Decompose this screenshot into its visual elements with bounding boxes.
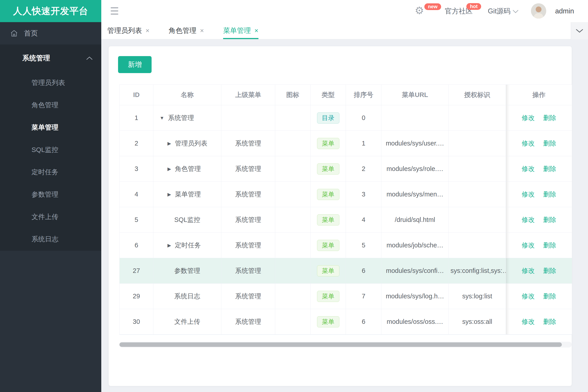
cell-type: 菜单 <box>311 309 346 334</box>
expand-arrow-icon[interactable]: ▶ <box>168 243 171 248</box>
cell-type: 目录 <box>311 105 346 131</box>
type-badge: 菜单 <box>317 265 339 276</box>
cell-name[interactable]: ▶定时任务 <box>153 233 221 258</box>
cell-icon <box>275 284 311 309</box>
row-edit-link[interactable]: 修改 <box>522 266 535 275</box>
tab-bar: 管理员列表×角色管理×菜单管理× <box>101 22 588 39</box>
sidebar-item[interactable]: 系统日志 <box>0 228 101 250</box>
scrollbar-thumb[interactable] <box>119 342 562 347</box>
sidebar: 人人快速开发平台 首页 系统管理 管理员列表角色管理菜单管理SQL监控定时任务参… <box>0 0 101 392</box>
cell-perms <box>449 233 506 258</box>
cell-parent: 系统管理 <box>221 207 275 233</box>
sidebar-item[interactable]: 参数管理 <box>0 183 101 206</box>
cell-sort: 2 <box>346 156 381 182</box>
cell-id: 30 <box>120 309 153 334</box>
cell-perms: sys:log:list <box>449 284 506 309</box>
sidebar-item[interactable]: 管理员列表 <box>0 72 101 94</box>
cell-id: 5 <box>120 207 153 233</box>
user-name[interactable]: admin <box>555 0 574 22</box>
tabs-collapse-button[interactable] <box>571 22 588 39</box>
cell-name[interactable]: 参数管理 <box>153 258 221 284</box>
menu-name-label: 系统日志 <box>174 292 200 301</box>
menu-name-label: 系统管理 <box>168 114 194 122</box>
sidebar-item[interactable]: 文件上传 <box>0 206 101 228</box>
type-badge: 菜单 <box>317 240 339 251</box>
cell-name[interactable]: ▼系统管理 <box>153 105 221 131</box>
git-source-link[interactable]: Git源码 <box>488 0 511 22</box>
cell-url: modules/sys/user.… <box>381 131 449 156</box>
cell-perms: sys:config:list,sys:… <box>449 258 506 284</box>
cell-id: 6 <box>120 233 153 258</box>
row-edit-link[interactable]: 修改 <box>522 114 535 122</box>
menu-name-label: 文件上传 <box>174 317 200 326</box>
table-header-cell: ID <box>120 85 153 105</box>
row-edit-link[interactable]: 修改 <box>522 317 535 326</box>
cell-sort: 7 <box>346 284 381 309</box>
row-edit-link[interactable]: 修改 <box>522 241 535 250</box>
collapse-arrow-icon[interactable]: ▼ <box>160 115 164 121</box>
tab-label: 管理员列表 <box>107 26 142 35</box>
tab[interactable]: 菜单管理× <box>223 22 258 39</box>
cell-perms <box>449 207 506 233</box>
cell-id: 4 <box>120 182 153 207</box>
sidebar-item[interactable]: 定时任务 <box>0 161 101 183</box>
tabs-container: 管理员列表×角色管理×菜单管理× <box>107 22 278 39</box>
table-header-cell: 排序号 <box>346 85 381 105</box>
cell-parent: 系统管理 <box>221 182 275 207</box>
cell-name[interactable]: 文件上传 <box>153 309 221 334</box>
sidebar-item[interactable]: SQL监控 <box>0 138 101 161</box>
avatar[interactable] <box>531 3 546 18</box>
cell-actions: 修改删除 <box>506 309 572 334</box>
type-badge: 菜单 <box>317 138 339 149</box>
cell-type: 菜单 <box>311 156 346 182</box>
cell-name[interactable]: ▶角色管理 <box>153 156 221 182</box>
expand-arrow-icon[interactable]: ▶ <box>168 166 171 172</box>
tab[interactable]: 角色管理× <box>169 22 204 39</box>
cell-url: modules/oss/oss.… <box>381 309 449 334</box>
tab[interactable]: 管理员列表× <box>107 22 150 39</box>
row-delete-link[interactable]: 删除 <box>543 241 556 250</box>
sidebar-item[interactable]: 菜单管理 <box>0 116 101 138</box>
cell-name[interactable]: SQL监控 <box>153 207 221 233</box>
tab-label: 菜单管理 <box>223 26 251 35</box>
tab-close-icon[interactable]: × <box>200 27 204 34</box>
cell-icon <box>275 233 311 258</box>
type-badge: 目录 <box>317 112 339 124</box>
row-edit-link[interactable]: 修改 <box>522 164 535 174</box>
row-delete-link[interactable]: 删除 <box>543 164 556 174</box>
expand-arrow-icon[interactable]: ▶ <box>168 192 171 197</box>
row-edit-link[interactable]: 修改 <box>522 216 535 224</box>
gear-icon[interactable]: ⚙ <box>415 4 424 18</box>
sidebar-item[interactable]: 角色管理 <box>0 94 101 116</box>
cell-name[interactable]: ▶菜单管理 <box>153 182 221 207</box>
row-delete-link[interactable]: 删除 <box>543 266 556 275</box>
row-edit-link[interactable]: 修改 <box>522 190 535 199</box>
tab-close-icon[interactable]: × <box>146 27 150 34</box>
add-button[interactable]: 新增 <box>118 56 152 73</box>
horizontal-scrollbar <box>119 342 572 348</box>
row-delete-link[interactable]: 删除 <box>543 292 556 301</box>
cell-id: 3 <box>120 156 153 182</box>
sidebar-item-home[interactable]: 首页 <box>0 22 101 44</box>
row-delete-link[interactable]: 删除 <box>543 139 556 148</box>
tab-close-icon[interactable]: × <box>254 27 258 34</box>
sidebar-group-system[interactable]: 系统管理 <box>0 44 101 72</box>
expand-arrow-icon[interactable]: ▶ <box>168 141 171 146</box>
row-delete-link[interactable]: 删除 <box>543 114 556 122</box>
avatar-image <box>531 3 546 18</box>
table-header-cell: 上级菜单 <box>221 85 275 105</box>
row-edit-link[interactable]: 修改 <box>522 292 535 301</box>
table-header-cell: 操作 <box>506 85 572 105</box>
row-delete-link[interactable]: 删除 <box>543 190 556 199</box>
sidebar-toggle-button[interactable] <box>111 8 118 14</box>
cell-name[interactable]: ▶管理员列表 <box>153 131 221 156</box>
table-header-cell: 名称 <box>153 85 221 105</box>
cell-url: modules/job/sche… <box>381 233 449 258</box>
row-edit-link[interactable]: 修改 <box>522 139 535 148</box>
cell-name[interactable]: 系统日志 <box>153 284 221 309</box>
home-icon <box>10 29 18 37</box>
sidebar-menu-group: 系统管理 管理员列表角色管理菜单管理SQL监控定时任务参数管理文件上传系统日志 <box>0 44 101 251</box>
row-delete-link[interactable]: 删除 <box>543 317 556 326</box>
row-delete-link[interactable]: 删除 <box>543 216 556 224</box>
app-logo: 人人快速开发平台 <box>0 0 101 22</box>
